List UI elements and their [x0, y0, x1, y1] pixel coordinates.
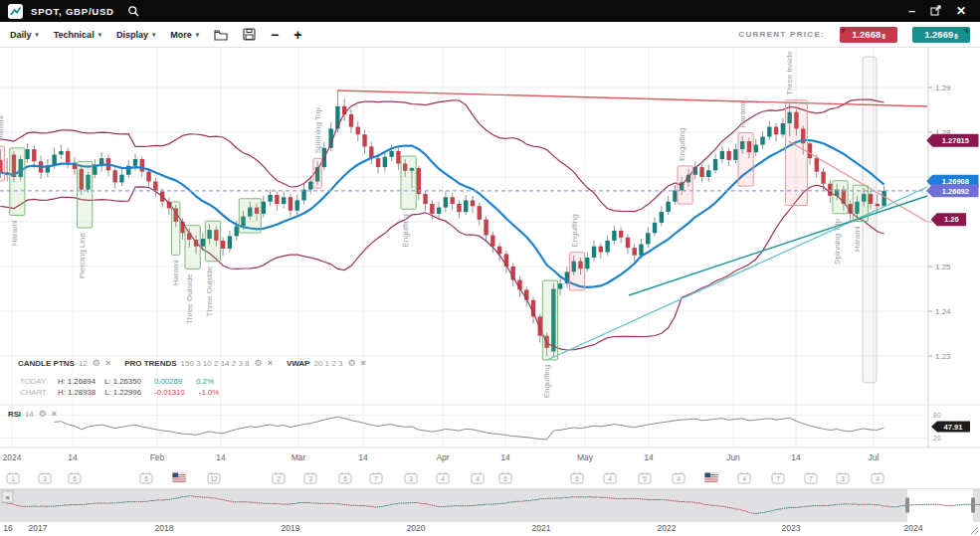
indicator-settings-icon[interactable]: ⚙	[39, 409, 47, 419]
event-icon[interactable]: 7	[805, 472, 817, 483]
pattern-box[interactable]	[78, 161, 93, 228]
indicator-remove-icon[interactable]: ×	[360, 358, 365, 368]
event-icon[interactable]: 1	[7, 472, 19, 483]
navigator-window[interactable]	[907, 489, 973, 522]
event-icon[interactable]: 3	[39, 472, 51, 483]
event-icon[interactable]: 6	[499, 472, 511, 483]
event-icon[interactable]: 3	[304, 472, 316, 483]
indicator-remove-icon[interactable]: ×	[105, 358, 110, 368]
event-count: 4	[742, 475, 746, 482]
pattern-box[interactable]	[10, 148, 25, 216]
us-flag-icon[interactable]	[173, 473, 186, 482]
resize-grip[interactable]	[971, 527, 978, 534]
event-count: 6	[144, 475, 148, 482]
pattern-box[interactable]	[833, 181, 848, 214]
svg-text:RSI14⚙×: RSI14⚙×	[8, 409, 57, 419]
pattern-box[interactable]	[185, 226, 200, 269]
event-icon[interactable]: 4	[872, 472, 883, 483]
pattern-box[interactable]	[678, 166, 692, 204]
event-icon[interactable]: 3	[405, 472, 417, 483]
chevron-down-icon: ▾	[98, 31, 101, 39]
pattern-label: Three Outside	[205, 266, 214, 316]
pattern-box[interactable]	[313, 158, 321, 188]
event-icon[interactable]: 4	[604, 472, 616, 483]
candle-body	[362, 134, 366, 146]
indicator-remove-icon[interactable]: ×	[52, 409, 57, 419]
pattern-box[interactable]	[171, 202, 179, 256]
navigator[interactable]: ×1620172018201920202021202220232024	[0, 489, 980, 534]
menu-technical[interactable]: Technical ▾	[54, 30, 101, 40]
candle-body	[713, 159, 717, 170]
indicator-settings-icon[interactable]: ⚙	[93, 358, 100, 368]
event-icon[interactable]: 4	[673, 472, 685, 483]
event-icon[interactable]: 7	[772, 472, 784, 483]
chevron-down-icon: ▾	[196, 31, 199, 39]
indicator-settings-icon[interactable]: ⚙	[347, 358, 355, 368]
pattern-box[interactable]	[0, 146, 5, 181]
time-tick-label: 2024	[3, 452, 22, 462]
save-icon	[243, 28, 256, 41]
event-icon[interactable]: 6	[339, 472, 351, 483]
navigator-handle-left[interactable]	[905, 497, 909, 513]
minimize-button[interactable]: –	[908, 5, 915, 17]
pattern-box[interactable]	[239, 199, 261, 233]
event-icon[interactable]: 5	[639, 472, 651, 483]
event-count: 3	[841, 475, 845, 482]
candle-body	[699, 167, 703, 177]
event-icon[interactable]: 6	[69, 472, 81, 483]
event-icon[interactable]: 2	[273, 472, 285, 483]
trend-line[interactable]	[629, 196, 927, 295]
menu-display[interactable]: Display ▾	[116, 30, 155, 40]
event-icon[interactable]: 4	[738, 472, 750, 483]
navigator-background	[0, 489, 980, 522]
event-icon[interactable]: 3	[837, 472, 849, 483]
close-button[interactable]: ✕	[956, 5, 966, 17]
pattern-box[interactable]	[401, 156, 416, 209]
event-count: 1	[11, 475, 15, 482]
chart-canvas[interactable]: HaramiHaramiPiercing LineHaramiThree Out…	[0, 48, 980, 536]
candle-body	[430, 204, 434, 214]
menu-timeframe-daily[interactable]: Daily ▾	[10, 30, 39, 40]
trend-line[interactable]	[337, 90, 927, 106]
candle-body	[653, 223, 657, 233]
event-count: 6	[503, 475, 507, 482]
pattern-box[interactable]	[542, 280, 557, 360]
save-layout-button[interactable]	[243, 28, 256, 41]
candle-body	[59, 151, 63, 155]
candle-body	[464, 200, 468, 212]
pattern-box[interactable]	[570, 253, 585, 290]
candle-body	[25, 149, 29, 159]
pattern-box[interactable]	[853, 185, 868, 221]
bid-price-badge[interactable]: 1.26688	[840, 27, 897, 43]
event-count: 4	[441, 475, 445, 482]
candle-body	[660, 212, 664, 223]
event-icon[interactable]: 6	[140, 472, 152, 483]
navigator-handle-right[interactable]	[971, 497, 975, 513]
navigator-close-button[interactable]: ×	[2, 491, 13, 502]
popout-button[interactable]	[930, 5, 941, 18]
event-icon[interactable]: 6	[571, 472, 583, 483]
menu-more[interactable]: More ▾	[170, 30, 199, 40]
event-icon[interactable]: 12	[208, 472, 220, 483]
pattern-box[interactable]	[205, 221, 220, 262]
indicator-settings-icon[interactable]: ⚙	[255, 358, 263, 368]
candle-body	[720, 151, 724, 159]
ask-price-badge[interactable]: 1.26696	[912, 27, 970, 43]
title-bar: SPOT, GBP/USD – ✕	[0, 0, 980, 22]
candle-body	[666, 202, 670, 212]
candle-body	[457, 204, 461, 212]
us-flag-icon[interactable]	[705, 473, 718, 482]
pattern-box[interactable]	[738, 133, 753, 187]
candle-body	[585, 258, 589, 268]
event-icon[interactable]: 7	[370, 472, 382, 483]
zoom-out-button[interactable]: −	[271, 28, 279, 42]
time-tick-label: May	[577, 452, 594, 462]
event-icon[interactable]: 4	[437, 472, 449, 483]
search-icon[interactable]	[127, 5, 140, 18]
pattern-label: Three Inside	[785, 51, 794, 95]
event-icon[interactable]: 4	[472, 472, 484, 483]
indicator-remove-icon[interactable]: ×	[268, 358, 273, 368]
zoom-in-button[interactable]: +	[294, 28, 301, 42]
pattern-box[interactable]	[785, 100, 807, 206]
open-layout-button[interactable]	[214, 29, 228, 41]
